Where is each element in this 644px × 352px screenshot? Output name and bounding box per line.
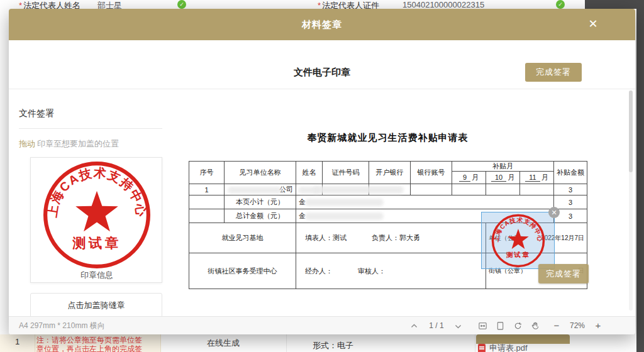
zoom-level: 72% [565, 317, 590, 335]
placed-stamp-selection[interactable]: 上海CA技术支持中心 测试章 ✕ [481, 212, 555, 269]
zoom-in-icon[interactable]: + [592, 317, 604, 335]
format-cell: 形式：电子 [313, 340, 353, 351]
col-header: 见习单位名称 [225, 162, 296, 184]
modal-title: 材料签章 [9, 9, 635, 40]
stamp-caption: 印章信息 [31, 270, 163, 281]
col-header: 银行账号 [411, 162, 452, 184]
backdrop-right-edge [636, 0, 644, 352]
cell-total-label: 总计金额（元） [225, 209, 296, 223]
finish-sign-overlay-button[interactable]: 完成签署 [538, 264, 589, 283]
month-header: 11月 [520, 172, 554, 184]
file-name-link[interactable]: 申请表.pdf [489, 343, 528, 352]
redaction-smudge [305, 212, 384, 220]
rotate-icon[interactable] [513, 321, 523, 331]
field-label-legal-name: *法定代表人姓名 [19, 0, 80, 9]
pdf-file-icon [478, 344, 486, 352]
redaction-smudge [313, 186, 404, 194]
paper-size-label: A4 297mm * 210mm 横向 [19, 317, 105, 335]
cell-base-label: 就业见习基地 [189, 223, 296, 253]
cell-empty [189, 195, 225, 209]
panel-title: 文件签署 [19, 108, 54, 119]
divider [19, 128, 162, 129]
page-indicator: 1 / 1 [423, 317, 450, 335]
divider [35, 334, 35, 352]
cell-amount: 3 [554, 184, 587, 195]
check-icon: ✓ [556, 0, 565, 9]
cell-month [520, 184, 554, 195]
cell-month [452, 184, 486, 195]
pdf-toolbar: A4 297mm * 210mm 横向 1 / 1 − 72% + [9, 316, 635, 334]
modal-body: 文件电子印章 完成签署 文件签署 拖动印章至想要加盖的位置 上海CA技术支持中心… [9, 40, 635, 316]
operator-label: 经办人： [305, 267, 333, 276]
cell-month [486, 184, 520, 195]
field-label-legal-id: *法定代表人证件 [318, 0, 379, 9]
remove-stamp-icon[interactable]: ✕ [548, 207, 560, 218]
hand-tool-icon[interactable] [531, 321, 540, 331]
col-header: 证件号码 [323, 162, 369, 184]
page-up-icon[interactable] [410, 322, 419, 331]
drag-hint-keyword: 拖动 [19, 139, 35, 148]
backdrop-top-right [585, 0, 644, 9]
fit-width-icon[interactable] [478, 321, 487, 331]
month-header: 10月 [486, 172, 520, 184]
cell-row-no: 1 [189, 184, 225, 195]
close-icon[interactable]: ✕ [582, 9, 604, 40]
field-value-legal-id: 150402100000022315 [402, 0, 484, 9]
background-table-row: 1 注：请将公章拖至每页需单位签 章位置，再点击左上角的完成签 在线生成 形式：… [0, 334, 636, 352]
col-header-months: 补贴月 [452, 162, 554, 172]
document-scrollbar[interactable] [629, 91, 633, 311]
modal-header: 材料签章 ✕ [9, 9, 635, 40]
col-header: 序号 [189, 162, 225, 184]
col-header: 姓名 [296, 162, 323, 184]
divider [9, 89, 635, 89]
divider [286, 334, 287, 352]
cell-empty [189, 209, 225, 223]
manager-name: 负责人：郭大勇 [372, 233, 420, 243]
page-down-icon[interactable] [454, 322, 464, 332]
row-number: 1 [0, 337, 35, 346]
material-sign-modal: 材料签章 ✕ 文件电子印章 完成签署 文件签署 拖动印章至想要加盖的位置 上海C… [9, 9, 635, 334]
zoom-out-icon[interactable]: − [551, 317, 562, 335]
scrollbar-thumb[interactable] [629, 91, 633, 172]
drag-hint: 拖动印章至想要加盖的位置 [19, 138, 119, 150]
required-asterisk: * [318, 1, 321, 9]
divider [475, 334, 475, 352]
cell-center-label: 街镇社区事务受理中心 [189, 253, 296, 289]
field-value-legal-name: 部士星 [97, 0, 122, 9]
cell-center-people: 经办人： 审核人： [296, 253, 486, 289]
cell-subtotal-label: 本页小计（元） [225, 195, 296, 209]
required-asterisk: * [19, 1, 22, 9]
stamp-name-text: 测试章 [506, 251, 530, 258]
screen: *法定代表人姓名 部士星 ✓ *法定代表人证件 1504021000000223… [0, 0, 644, 352]
document-title: 奉贤新城就业见习生活费补贴申请表 [189, 132, 587, 144]
finish-sign-button[interactable]: 完成签署 [525, 63, 582, 82]
redaction-smudge [228, 187, 282, 194]
seam-stamp-button[interactable]: 点击加盖骑缝章 [30, 293, 162, 316]
background-form-row: *法定代表人姓名 部士星 ✓ *法定代表人证件 1504021000000223… [0, 0, 644, 9]
col-header: 开户银行 [369, 162, 411, 184]
generate-mode-cell: 在线生成 [160, 338, 286, 349]
redaction-smudge [305, 199, 384, 206]
cell-subtotal-amount: 3 [554, 195, 587, 209]
filler-name: 填表人：测试 [305, 233, 347, 243]
note-text: 注：请将公章拖至每页需单位签 章位置，再点击左上角的完成签 [36, 336, 142, 352]
col-header: 补贴金额 [554, 162, 587, 184]
company-stamp-icon: 上海CA技术支持中心 测试章 [41, 159, 153, 271]
placed-stamp-icon: 上海CA技术支持中心 测试章 [491, 213, 546, 268]
cell-account [411, 184, 452, 195]
check-icon: ✓ [177, 0, 186, 9]
cell-base-people: 填表人：测试 负责人：郭大勇 [296, 223, 486, 253]
stamp-draggable[interactable]: 上海CA技术支持中心 测试章 印章信息 [30, 157, 162, 283]
stamp-name-text: 测试章 [72, 236, 121, 251]
month-header: 9月 [452, 172, 486, 184]
fit-page-icon[interactable] [496, 321, 505, 331]
auditor-label: 审核人： [358, 267, 386, 276]
